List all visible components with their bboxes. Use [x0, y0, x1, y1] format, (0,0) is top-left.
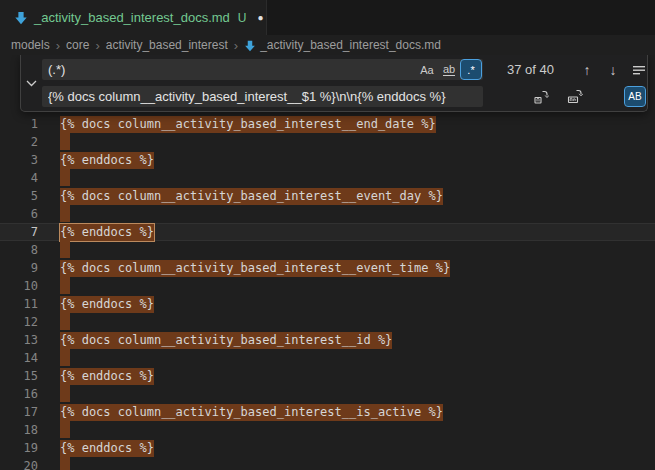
line-text [60, 457, 70, 470]
regex-toggle[interactable]: .* [461, 60, 481, 79]
find-match-highlight: {% docs column__activity_based_interest_… [60, 188, 443, 205]
editor-line[interactable]: 14 [0, 349, 655, 367]
find-match-highlight [60, 133, 70, 150]
line-number[interactable]: 18 [0, 421, 38, 439]
find-match-highlight [60, 313, 70, 330]
preserve-case-toggle[interactable]: AB [625, 87, 645, 106]
line-number[interactable]: 7 [0, 223, 38, 241]
line-number[interactable]: 10 [0, 277, 38, 295]
find-match-highlight [60, 205, 70, 222]
line-text [60, 313, 70, 331]
line-number[interactable]: 5 [0, 187, 38, 205]
find-match-highlight [60, 241, 70, 258]
git-status-badge: U [238, 11, 247, 25]
editor-line[interactable]: 15{% enddocs %} [0, 367, 655, 385]
editor-lines: 1{% docs column__activity_based_interest… [0, 115, 655, 470]
line-text: {% enddocs %} [60, 223, 154, 241]
editor-pane[interactable]: Aa ab .* 37 of 40 ↑ ↓ [0, 55, 655, 470]
whole-word-label: ab [443, 63, 455, 76]
tab-filename: _activity_based_interest_docs.md [34, 10, 230, 25]
line-text: {% docs column__activity_based_interest_… [60, 187, 443, 205]
find-match-highlight: {% enddocs %} [60, 440, 154, 457]
current-find-match: {% enddocs %} [60, 224, 154, 241]
find-match-highlight: {% docs column__activity_based_interest_… [60, 116, 436, 133]
previous-match-button[interactable]: ↑ [577, 59, 597, 80]
find-match-highlight: {% docs column__activity_based_interest_… [60, 260, 450, 277]
line-text: {% docs column__activity_based_interest_… [60, 403, 443, 421]
editor-line[interactable]: 2 [0, 133, 655, 151]
replace-one-icon[interactable] [531, 86, 551, 107]
line-text [60, 277, 70, 295]
line-text [60, 241, 70, 259]
line-number[interactable]: 17 [0, 403, 38, 421]
line-number[interactable]: 16 [0, 385, 38, 403]
line-number[interactable]: 4 [0, 169, 38, 187]
editor-line[interactable]: 7{% enddocs %} [0, 223, 655, 241]
next-match-button[interactable]: ↓ [603, 59, 623, 80]
match-count: 37 of 40 [507, 59, 554, 80]
breadcrumb-item-models[interactable]: models [11, 38, 50, 52]
line-number[interactable]: 2 [0, 133, 38, 151]
editor-line[interactable]: 1{% docs column__activity_based_interest… [0, 115, 655, 133]
line-text: {% enddocs %} [60, 367, 154, 385]
line-number[interactable]: 1 [0, 115, 38, 133]
find-in-selection-icon[interactable] [629, 59, 649, 80]
line-text [60, 349, 70, 367]
line-number[interactable]: 6 [0, 205, 38, 223]
find-match-highlight [60, 385, 70, 402]
markdown-file-icon [244, 40, 256, 52]
replace-all-icon[interactable] [565, 86, 585, 107]
line-text: {% docs column__activity_based_interest_… [60, 331, 392, 349]
editor-line[interactable]: 9{% docs column__activity_based_interest… [0, 259, 655, 277]
editor-line[interactable]: 8 [0, 241, 655, 259]
editor-line[interactable]: 13{% docs column__activity_based_interes… [0, 331, 655, 349]
line-number[interactable]: 19 [0, 439, 38, 457]
unsaved-changes-dot-icon[interactable]: ● [258, 12, 264, 23]
line-number[interactable]: 14 [0, 349, 38, 367]
find-match-highlight [60, 421, 70, 438]
line-number[interactable]: 9 [0, 259, 38, 277]
tab-bar: _activity_based_interest_docs.md U ● [0, 0, 655, 35]
line-number[interactable]: 13 [0, 331, 38, 349]
line-number[interactable]: 20 [0, 457, 38, 470]
editor-line[interactable]: 12 [0, 313, 655, 331]
line-number[interactable]: 12 [0, 313, 38, 331]
whole-word-toggle[interactable]: ab [439, 60, 459, 79]
find-match-highlight: {% enddocs %} [60, 152, 154, 169]
find-match-highlight [60, 457, 70, 470]
breadcrumb-item-file[interactable]: _activity_based_interest_docs.md [260, 38, 441, 52]
editor-line[interactable]: 20 [0, 457, 655, 470]
editor-line[interactable]: 3{% enddocs %} [0, 151, 655, 169]
line-text: {% docs column__activity_based_interest_… [60, 259, 450, 277]
breadcrumb: models › core › activity_based_interest … [0, 35, 655, 55]
line-text: {% enddocs %} [60, 439, 154, 457]
vscode-window: _activity_based_interest_docs.md U ● mod… [0, 0, 655, 470]
line-number[interactable]: 8 [0, 241, 38, 259]
editor-line[interactable]: 5{% docs column__activity_based_interest… [0, 187, 655, 205]
editor-line[interactable]: 6 [0, 205, 655, 223]
line-number[interactable]: 3 [0, 151, 38, 169]
editor-line[interactable]: 16 [0, 385, 655, 403]
editor-line[interactable]: 10 [0, 277, 655, 295]
editor-line[interactable]: 17{% docs column__activity_based_interes… [0, 403, 655, 421]
line-text: {% docs column__activity_based_interest_… [60, 115, 436, 133]
line-text [60, 169, 70, 187]
editor-line[interactable]: 18 [0, 421, 655, 439]
replace-input[interactable] [42, 86, 483, 107]
breadcrumb-item-folder[interactable]: activity_based_interest [106, 38, 228, 52]
find-match-highlight [60, 169, 70, 186]
find-match-highlight [60, 349, 70, 366]
line-number[interactable]: 15 [0, 367, 38, 385]
match-case-toggle[interactable]: Aa [417, 60, 437, 79]
editor-line[interactable]: 11{% enddocs %} [0, 295, 655, 313]
toggle-replace-chevron-icon[interactable] [21, 55, 41, 111]
line-number[interactable]: 11 [0, 295, 38, 313]
markdown-file-icon [14, 11, 28, 25]
find-match-highlight: {% docs column__activity_based_interest_… [60, 404, 443, 421]
editor-line[interactable]: 19{% enddocs %} [0, 439, 655, 457]
line-text [60, 421, 70, 439]
line-text [60, 133, 70, 151]
breadcrumb-item-core[interactable]: core [66, 38, 89, 52]
tab-active-file[interactable]: _activity_based_interest_docs.md U ● [0, 0, 267, 35]
editor-line[interactable]: 4 [0, 169, 655, 187]
